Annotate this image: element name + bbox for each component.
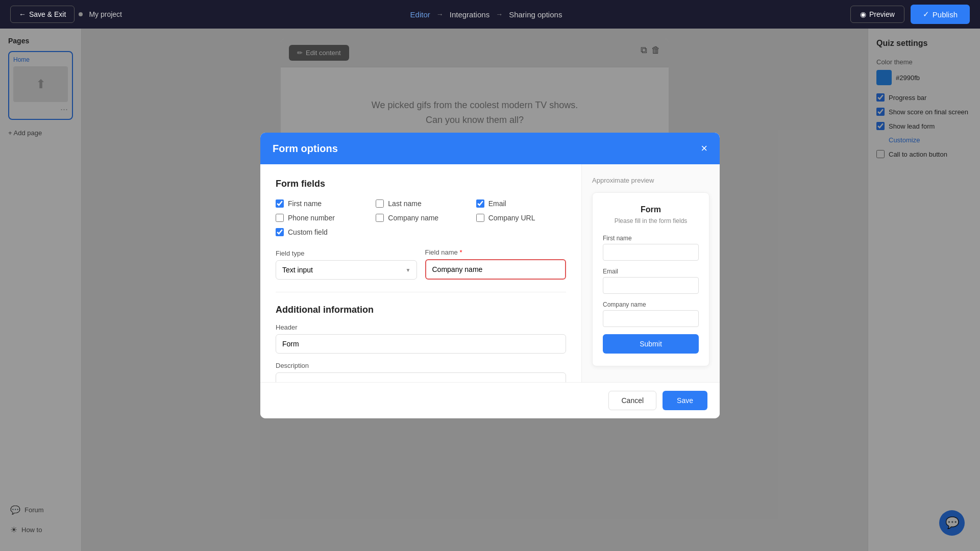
divider xyxy=(276,292,566,292)
field-type-name-row: Field type Text input Number Email Field… xyxy=(276,248,566,280)
form-fields-section-title: Form fields xyxy=(276,179,566,189)
eye-icon: ◉ xyxy=(860,10,866,18)
preview-first-name-label: First name xyxy=(603,235,699,242)
modal-right-panel: Approximate preview Form Please fill in … xyxy=(582,164,720,382)
topbar-center: Editor → Integrations → Sharing options xyxy=(410,10,562,19)
check-icon: ✓ xyxy=(923,10,929,19)
nav-arrow-2: → xyxy=(496,10,503,18)
checkbox-item-email: Email xyxy=(476,199,566,208)
first-name-checkbox[interactable] xyxy=(276,199,284,208)
nav-arrow-1: → xyxy=(436,10,444,18)
publish-button[interactable]: ✓ Publish xyxy=(911,5,970,24)
form-fields-checkboxes: First name Last name Email Phone number xyxy=(276,199,566,236)
phone-number-checkbox[interactable] xyxy=(276,214,284,222)
modal-close-button[interactable]: × xyxy=(701,142,707,155)
checkbox-item-first-name: First name xyxy=(276,199,365,208)
form-options-modal: Form options × Form fields First name La… xyxy=(260,133,720,418)
preview-email-input[interactable] xyxy=(603,277,699,294)
company-name-checkbox[interactable] xyxy=(376,214,384,222)
company-url-checkbox[interactable] xyxy=(476,214,484,222)
preview-submit-button[interactable]: Submit xyxy=(603,334,699,354)
field-name-label: Field name xyxy=(425,248,567,256)
modal-left-panel: Form fields First name Last name Email xyxy=(260,164,582,382)
topbar: ← Save & Exit My project Editor → Integr… xyxy=(0,0,980,29)
preview-email-label: Email xyxy=(603,268,699,275)
dot-indicator xyxy=(79,12,83,16)
field-name-input[interactable] xyxy=(425,259,567,280)
preview-form-desc: Please fill in the form fields xyxy=(603,217,699,224)
header-input[interactable] xyxy=(276,334,566,354)
field-name-group: Field name xyxy=(425,248,567,280)
first-name-label[interactable]: First name xyxy=(288,199,322,208)
checkbox-item-custom-field: Custom field xyxy=(276,228,365,236)
cancel-button[interactable]: Cancel xyxy=(608,391,656,410)
preview-company-name-input[interactable] xyxy=(603,310,699,327)
additional-info-title: Additional information xyxy=(276,305,566,315)
nav-sharing-link[interactable]: Sharing options xyxy=(509,10,562,19)
checkbox-item-phone-number: Phone number xyxy=(276,214,365,222)
custom-field-label[interactable]: Custom field xyxy=(288,228,328,236)
modal-footer: Cancel Save xyxy=(260,382,720,418)
checkbox-item-company-name: Company name xyxy=(376,214,465,222)
publish-label: Publish xyxy=(933,10,958,19)
field-type-label: Field type xyxy=(276,249,417,257)
header-field-group: Header xyxy=(276,323,566,354)
save-exit-button[interactable]: ← Save & Exit xyxy=(10,6,75,23)
topbar-left: ← Save & Exit My project xyxy=(10,6,122,23)
nav-integrations-link[interactable]: Integrations xyxy=(450,10,489,19)
header-label: Header xyxy=(276,323,566,331)
field-type-select-wrapper: Text input Number Email xyxy=(276,260,417,280)
checkbox-item-last-name: Last name xyxy=(376,199,465,208)
email-checkbox[interactable] xyxy=(476,199,484,208)
topbar-right: ◉ Preview ✓ Publish xyxy=(850,5,970,24)
preview-first-name-input[interactable] xyxy=(603,244,699,261)
checkbox-item-company-url: Company URL xyxy=(476,214,566,222)
company-name-label[interactable]: Company name xyxy=(388,214,438,222)
last-name-checkbox[interactable] xyxy=(376,199,384,208)
field-type-select[interactable]: Text input Number Email xyxy=(276,260,417,280)
preview-form-title: Form xyxy=(603,205,699,214)
preview-card: Form Please fill in the form fields Firs… xyxy=(592,192,709,366)
preview-button[interactable]: ◉ Preview xyxy=(850,6,904,23)
modal-header: Form options × xyxy=(260,133,720,164)
nav-editor-link[interactable]: Editor xyxy=(410,10,430,19)
modal-overlay: Form options × Form fields First name La… xyxy=(0,0,980,551)
field-type-group: Field type Text input Number Email xyxy=(276,249,417,280)
phone-number-label[interactable]: Phone number xyxy=(288,214,335,222)
modal-body: Form fields First name Last name Email xyxy=(260,164,720,382)
save-exit-label: Save & Exit xyxy=(29,10,66,18)
company-url-label[interactable]: Company URL xyxy=(488,214,535,222)
description-field-group: Description xyxy=(276,362,566,382)
arrow-left-icon: ← xyxy=(19,10,26,18)
preview-section-label: Approximate preview xyxy=(592,177,709,184)
email-label[interactable]: Email xyxy=(488,199,506,208)
custom-field-checkbox[interactable] xyxy=(276,228,284,236)
preview-label: Preview xyxy=(869,10,895,18)
description-input[interactable] xyxy=(276,372,566,382)
modal-title: Form options xyxy=(273,143,338,155)
description-label: Description xyxy=(276,362,566,369)
preview-company-name-label: Company name xyxy=(603,301,699,308)
last-name-label[interactable]: Last name xyxy=(388,199,421,208)
save-button[interactable]: Save xyxy=(663,391,707,410)
project-name: My project xyxy=(89,10,122,18)
